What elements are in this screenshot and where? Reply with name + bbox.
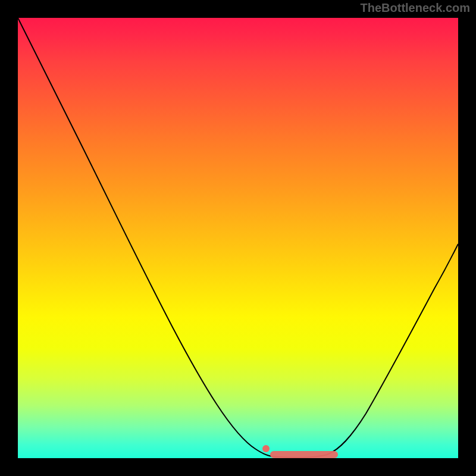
minimum-zone-bar [270, 451, 338, 458]
bottleneck-curve [18, 18, 458, 458]
marker-dot [262, 445, 270, 452]
chart-area [18, 18, 458, 458]
chart-svg [18, 18, 458, 458]
watermark-text: TheBottleneck.com [361, 1, 470, 15]
